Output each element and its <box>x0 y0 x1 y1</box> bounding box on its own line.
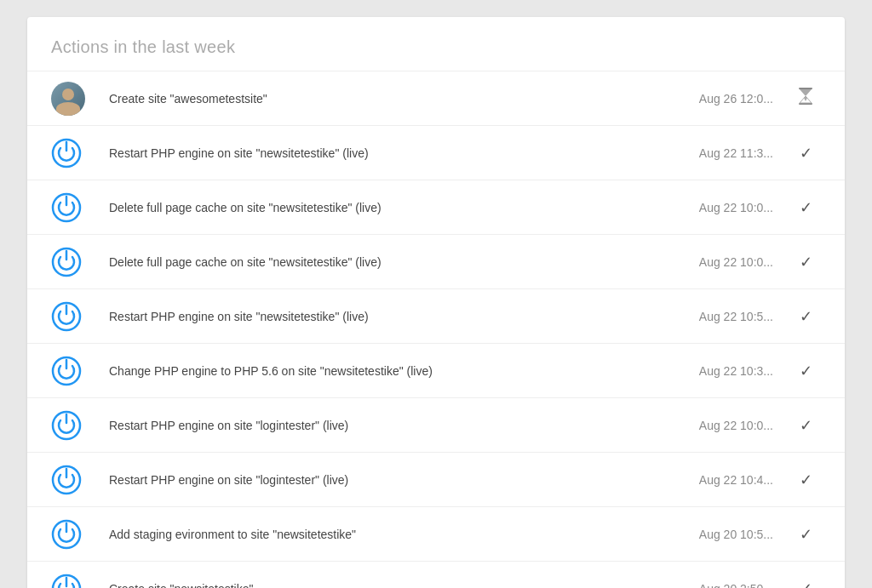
action-status: ✓ <box>790 362 821 380</box>
power-icon <box>51 410 82 441</box>
icon-cell <box>51 82 95 116</box>
table-row[interactable]: Restart PHP engine on site "logintester"… <box>27 397 845 452</box>
power-icon <box>51 574 82 589</box>
icon-cell <box>51 574 95 589</box>
actions-card: Actions in the last week Create site "aw… <box>27 17 845 588</box>
table-row[interactable]: Restart PHP engine on site "logintester"… <box>27 452 845 506</box>
check-icon: ✓ <box>800 525 812 544</box>
action-status: ✓ <box>790 525 821 544</box>
card-header: Actions in the last week <box>27 17 845 71</box>
table-row[interactable]: Change PHP engine to PHP 5.6 on site "ne… <box>27 343 845 397</box>
action-description: Delete full page cache on site "newsitet… <box>95 201 680 214</box>
power-icon <box>51 301 82 332</box>
table-row[interactable]: Delete full page cache on site "newsitet… <box>27 234 845 288</box>
action-status: ✓ <box>790 307 821 326</box>
action-timestamp: Aug 20 2:50... <box>680 582 790 589</box>
icon-cell <box>51 356 95 386</box>
action-timestamp: Aug 22 10:5... <box>680 310 790 323</box>
action-description: Restart PHP engine on site "logintester"… <box>95 473 680 487</box>
icon-cell <box>51 410 95 441</box>
action-timestamp: Aug 22 10:0... <box>680 419 790 432</box>
action-timestamp: Aug 22 10:4... <box>680 473 790 487</box>
check-icon: ✓ <box>800 362 812 380</box>
action-timestamp: Aug 26 12:0... <box>680 92 790 106</box>
action-status <box>790 87 821 110</box>
icon-cell <box>51 301 95 332</box>
table-row[interactable]: Restart PHP engine on site "newsitetesti… <box>27 288 845 343</box>
check-icon: ✓ <box>800 198 812 217</box>
check-icon: ✓ <box>800 471 812 489</box>
power-icon <box>51 465 82 495</box>
table-row[interactable]: Create site "awesometestsite"Aug 26 12:0… <box>27 71 845 125</box>
action-status: ✓ <box>790 144 821 163</box>
table-row[interactable]: Restart PHP engine on site "newsitetesti… <box>27 125 845 180</box>
icon-cell <box>51 192 95 223</box>
check-icon: ✓ <box>800 144 812 163</box>
icon-cell <box>51 465 95 495</box>
action-description: Create site "awesometestsite" <box>95 92 680 106</box>
action-status: ✓ <box>790 471 821 489</box>
action-timestamp: Aug 22 11:3... <box>680 146 790 160</box>
action-status: ✓ <box>790 579 821 589</box>
power-icon <box>51 519 82 550</box>
icon-cell <box>51 138 95 168</box>
action-timestamp: Aug 22 10:0... <box>680 255 790 269</box>
check-icon: ✓ <box>800 579 812 589</box>
svg-rect-0 <box>799 88 812 89</box>
action-timestamp: Aug 20 10:5... <box>680 528 790 541</box>
icon-cell <box>51 247 95 277</box>
action-status: ✓ <box>790 416 821 435</box>
power-icon <box>51 356 82 386</box>
card-title: Actions in the last week <box>51 37 821 57</box>
action-description: Add staging evironment to site "newsitet… <box>95 528 680 541</box>
action-description: Change PHP engine to PHP 5.6 on site "ne… <box>95 364 680 378</box>
action-timestamp: Aug 22 10:3... <box>680 364 790 378</box>
power-icon <box>51 192 82 223</box>
action-description: Restart PHP engine on site "newsitetesti… <box>95 146 680 160</box>
check-icon: ✓ <box>800 416 812 435</box>
table-row[interactable]: Add staging evironment to site "newsitet… <box>27 506 845 561</box>
action-status: ✓ <box>790 253 821 271</box>
check-icon: ✓ <box>800 307 812 326</box>
action-description: Restart PHP engine on site "logintester"… <box>95 419 680 432</box>
action-status: ✓ <box>790 198 821 217</box>
avatar <box>51 82 85 116</box>
table-row[interactable]: Delete full page cache on site "newsitet… <box>27 180 845 234</box>
power-icon <box>51 247 82 277</box>
hourglass-icon <box>798 87 813 110</box>
check-icon: ✓ <box>800 253 812 271</box>
action-description: Create site "newsitetestike" <box>95 582 680 589</box>
action-timestamp: Aug 22 10:0... <box>680 201 790 214</box>
table-row[interactable]: Create site "newsitetestike"Aug 20 2:50.… <box>27 561 845 588</box>
actions-table: Create site "awesometestsite"Aug 26 12:0… <box>27 71 845 588</box>
action-description: Delete full page cache on site "newsitet… <box>95 255 680 269</box>
icon-cell <box>51 519 95 550</box>
power-icon <box>51 138 82 168</box>
action-description: Restart PHP engine on site "newsitetesti… <box>95 310 680 323</box>
